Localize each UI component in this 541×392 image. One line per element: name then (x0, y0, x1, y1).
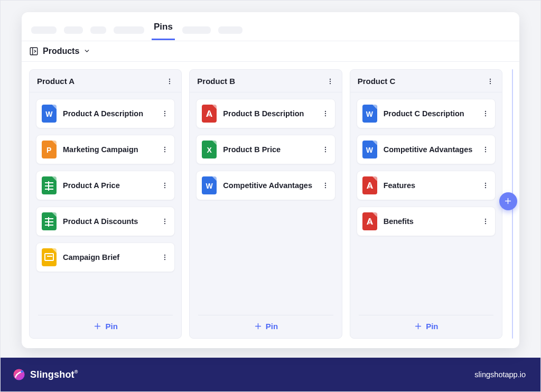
pin-card-menu-button[interactable] (160, 180, 170, 191)
svg-point-17 (164, 257, 165, 258)
board: Product AWProduct A DescriptionPMarketin… (22, 62, 519, 348)
pin-card-menu-button[interactable] (160, 144, 170, 155)
pin-card-title: Competitive Advantages (223, 181, 313, 190)
pin-card[interactable]: XProduct B Price (196, 135, 335, 164)
svg-point-27 (324, 151, 325, 152)
tab-placeholder[interactable] (114, 26, 144, 34)
add-pin-label: Pin (426, 322, 438, 331)
svg-point-29 (324, 185, 325, 186)
column-header: Product B (190, 70, 341, 92)
svg-point-6 (164, 115, 165, 116)
pin-card[interactable]: Product B Description (196, 99, 335, 128)
breadcrumb: Products (22, 41, 519, 62)
svg-point-18 (164, 259, 165, 260)
column-menu-button[interactable] (164, 76, 175, 87)
layout-icon (29, 46, 39, 56)
pin-card-menu-button[interactable] (480, 180, 491, 191)
add-pin-button[interactable]: Pin (198, 315, 333, 331)
breadcrumb-title[interactable]: Products (43, 46, 79, 56)
svg-point-12 (164, 187, 165, 188)
svg-point-44 (485, 221, 486, 222)
pin-card-menu-button[interactable] (160, 216, 170, 227)
pin-card-title: Competitive Advantages (384, 145, 474, 154)
pin-card[interactable]: Features (357, 171, 496, 200)
add-column-button[interactable] (499, 192, 517, 210)
svg-point-25 (324, 147, 325, 148)
brand-name: Slingshot® (30, 369, 78, 380)
tab-placeholder[interactable] (218, 26, 242, 34)
svg-point-28 (324, 183, 325, 184)
tab-placeholder[interactable] (64, 26, 83, 34)
svg-point-19 (329, 79, 330, 80)
svg-point-14 (164, 221, 165, 222)
svg-point-20 (329, 81, 330, 82)
page-frame: Pins Products Product AWProduct A De (0, 0, 541, 392)
svg-point-2 (169, 81, 170, 82)
board-column: Product AWProduct A DescriptionPMarketin… (29, 69, 182, 339)
pin-card[interactable]: Product A Price (36, 171, 175, 200)
pin-card-title: Product B Description (223, 109, 313, 118)
pin-card-menu-button[interactable] (480, 216, 491, 227)
pin-card-menu-button[interactable] (320, 108, 331, 119)
word-file-icon: W (202, 176, 217, 194)
svg-point-34 (485, 111, 486, 112)
svg-point-36 (485, 115, 486, 116)
add-pin-button[interactable]: Pin (38, 315, 173, 331)
pin-card[interactable]: WProduct C Description (357, 99, 496, 128)
svg-point-37 (485, 147, 486, 148)
column-menu-button[interactable] (485, 76, 496, 87)
pin-card-menu-button[interactable] (320, 144, 331, 155)
gslides-file-icon (42, 248, 57, 266)
add-pin-label: Pin (266, 322, 278, 331)
pin-card-menu-button[interactable] (480, 144, 491, 155)
pin-card-menu-button[interactable] (480, 108, 491, 119)
svg-point-1 (169, 79, 170, 80)
board-column: Product CWProduct C DescriptionWCompetit… (350, 69, 502, 339)
excel-file-icon: X (202, 141, 217, 158)
column-title: Product B (197, 77, 235, 86)
svg-point-21 (329, 83, 330, 84)
tab-pins[interactable]: Pins (152, 21, 175, 40)
column-cards: WProduct A DescriptionPMarketing Campaig… (30, 92, 181, 313)
chevron-down-icon[interactable] (83, 48, 90, 54)
pin-card-title: Product C Description (384, 109, 474, 118)
tab-placeholder[interactable] (31, 26, 57, 34)
svg-point-10 (164, 183, 165, 184)
pin-card[interactable]: Product A Discounts (36, 207, 175, 236)
pin-card[interactable]: WCompetitive Advantages (196, 171, 335, 200)
svg-point-13 (164, 219, 165, 220)
pin-card-menu-button[interactable] (320, 180, 331, 191)
add-pin-button[interactable]: Pin (359, 315, 493, 331)
svg-point-5 (164, 113, 165, 114)
pin-card[interactable]: PMarketing Campaign (36, 135, 175, 164)
tab-placeholder[interactable] (182, 26, 211, 34)
svg-point-16 (164, 255, 165, 256)
pin-card-title: Campaign Brief (63, 253, 153, 262)
pin-card-title: Features (384, 181, 474, 190)
svg-point-3 (169, 83, 170, 84)
sheets-file-icon (42, 176, 57, 194)
pin-card[interactable]: Benefits (357, 207, 496, 236)
svg-point-33 (490, 83, 491, 84)
svg-point-32 (490, 81, 491, 82)
pin-card[interactable]: WCompetitive Advantages (357, 135, 496, 164)
svg-point-24 (324, 115, 325, 116)
word-file-icon: W (362, 105, 377, 123)
svg-point-40 (485, 183, 486, 184)
column-title: Product C (358, 77, 396, 86)
tabs-row: Pins (22, 12, 519, 40)
pin-card[interactable]: WProduct A Description (36, 99, 175, 128)
svg-point-8 (164, 149, 165, 150)
pin-card[interactable]: Campaign Brief (36, 242, 175, 272)
pin-card-menu-button[interactable] (160, 108, 170, 119)
svg-point-30 (324, 187, 325, 188)
brand-url[interactable]: slingshotapp.io (474, 370, 526, 379)
tab-placeholder[interactable] (90, 26, 106, 34)
svg-point-45 (485, 223, 486, 224)
pin-card-menu-button[interactable] (160, 252, 170, 263)
column-menu-button[interactable] (325, 76, 335, 87)
svg-point-4 (164, 111, 165, 112)
svg-point-47 (21, 370, 23, 373)
slingshot-logo-icon (12, 368, 26, 381)
pin-card-title: Marketing Campaign (63, 145, 153, 154)
